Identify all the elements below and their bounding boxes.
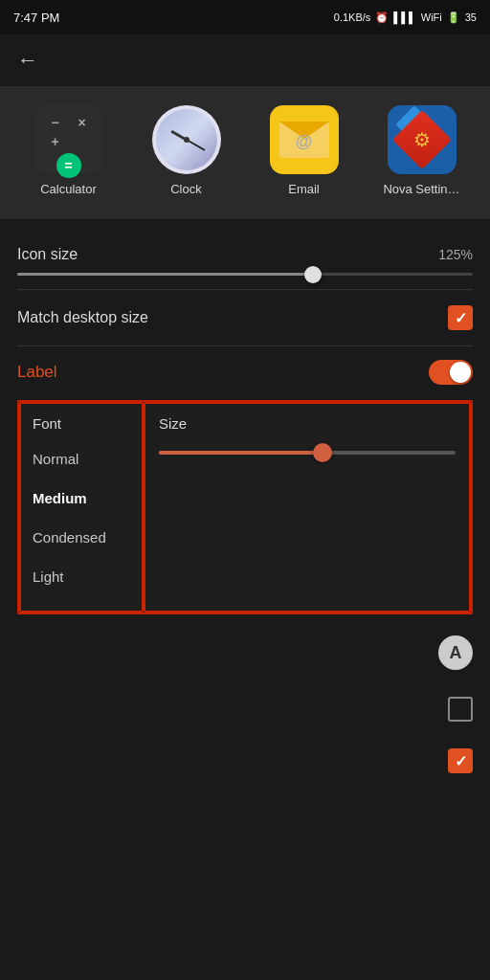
nova-shape: ⚙ xyxy=(393,111,451,168)
settings-section: Icon size 125% Match desktop size ✓ Labe… xyxy=(0,229,490,614)
text-size-row: A xyxy=(17,622,473,683)
slider-thumb[interactable] xyxy=(304,266,322,283)
match-desktop-checkbox[interactable]: ✓ xyxy=(448,305,473,330)
bottom-rows: A ✓ xyxy=(0,622,490,787)
signal-icon: ▌▌▌ xyxy=(393,11,415,23)
app-item-email[interactable]: @ Email xyxy=(256,105,352,196)
size-slider-track xyxy=(159,451,456,455)
icon-size-label: Icon size xyxy=(17,246,78,263)
font-panel-title: Font xyxy=(21,404,142,439)
nova-label: Nova Settin… xyxy=(383,182,459,196)
size-slider-thumb[interactable] xyxy=(313,443,332,462)
label-toggle[interactable] xyxy=(429,360,473,385)
email-label: Email xyxy=(288,182,320,196)
label-section-text: Label xyxy=(17,363,57,382)
clock-center-dot xyxy=(184,137,189,143)
nova-gear-icon: ⚙ xyxy=(413,128,431,151)
battery-icon: 🔋 xyxy=(447,11,460,24)
clock-icon-wrap xyxy=(152,105,221,174)
size-slider[interactable] xyxy=(159,443,456,462)
equals-circle: = xyxy=(56,153,81,178)
app-item-clock[interactable]: Clock xyxy=(139,105,234,196)
font-option-medium[interactable]: Medium xyxy=(21,479,142,518)
status-bar: 7:47 PM 0.1KB/s ⏰ ▌▌▌ WiFi 🔋 35 xyxy=(0,0,490,34)
back-button[interactable]: ← xyxy=(0,34,490,86)
size-slider-fill xyxy=(159,451,323,455)
label-toggle-row: Label xyxy=(17,346,473,394)
check-box-filled[interactable]: ✓ xyxy=(448,748,473,773)
nova-icon-wrap: ⚙ xyxy=(388,105,457,174)
icon-size-value: 125% xyxy=(438,247,473,262)
font-panel: Font Normal Medium Condensed Light xyxy=(19,402,144,612)
slider-track xyxy=(17,273,473,276)
slider-fill xyxy=(17,273,313,276)
minus-sym: − xyxy=(51,115,58,130)
app-item-nova[interactable]: ⚙ Nova Settin… xyxy=(374,105,470,196)
times-sym: × xyxy=(78,115,85,130)
icon-size-row: Icon size 125% xyxy=(17,229,473,269)
match-desktop-row[interactable]: Match desktop size ✓ xyxy=(17,290,473,345)
app-item-calculator[interactable]: − × + = Calculator xyxy=(21,105,117,196)
clock-icon: ⏰ xyxy=(375,11,389,24)
font-size-container: Font Normal Medium Condensed Light Size xyxy=(17,400,473,614)
check-icon: ✓ xyxy=(455,752,467,770)
calculator-label: Calculator xyxy=(40,182,97,196)
square-checkbox[interactable] xyxy=(448,697,473,722)
text-size-button[interactable]: A xyxy=(438,635,473,670)
email-icon-wrap: @ xyxy=(270,105,339,174)
network-speed: 0.1KB/s xyxy=(334,11,371,23)
icon-size-slider[interactable] xyxy=(17,269,473,289)
status-right: 0.1KB/s ⏰ ▌▌▌ WiFi 🔋 35 xyxy=(334,11,477,24)
match-desktop-label: Match desktop size xyxy=(17,309,148,326)
at-symbol: @ xyxy=(296,132,313,152)
wifi-icon: WiFi xyxy=(421,11,442,23)
font-option-normal[interactable]: Normal xyxy=(21,439,142,479)
clock-label: Clock xyxy=(170,182,202,196)
clock-face xyxy=(156,109,217,170)
font-option-light[interactable]: Light xyxy=(21,557,142,596)
font-option-condensed[interactable]: Condensed xyxy=(21,518,142,557)
size-panel: Size xyxy=(144,402,471,612)
plus-sym: + xyxy=(51,134,58,149)
calculator-icon: − × + = xyxy=(34,105,103,174)
app-icons-row: − × + = Calculator Clock @ Email xyxy=(0,86,490,219)
status-time: 7:47 PM xyxy=(13,11,59,25)
checkmark-icon: ✓ xyxy=(455,309,467,327)
battery-percent: 35 xyxy=(465,11,477,23)
size-panel-title: Size xyxy=(159,415,456,432)
toggle-knob xyxy=(450,362,471,383)
check-row: ✓ xyxy=(17,735,473,787)
square-row xyxy=(17,683,473,735)
envelope-shape: @ xyxy=(279,122,329,158)
